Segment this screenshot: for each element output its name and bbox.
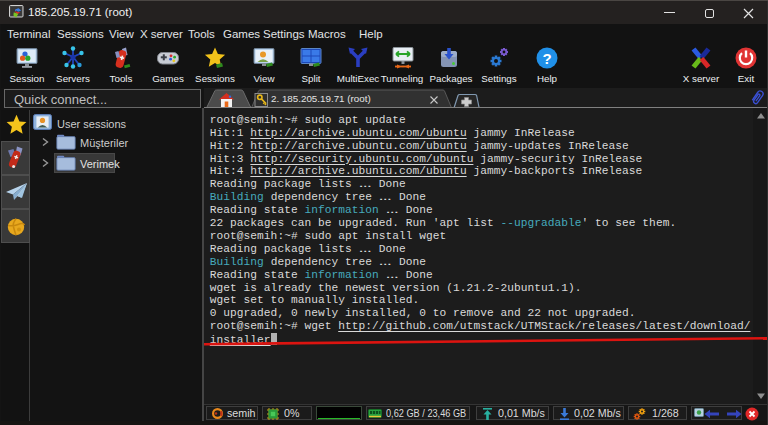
svg-text:?: ? <box>542 50 551 67</box>
svg-text:2. 185.205.19.71 (root): 2. 185.205.19.71 (root) <box>271 93 371 104</box>
